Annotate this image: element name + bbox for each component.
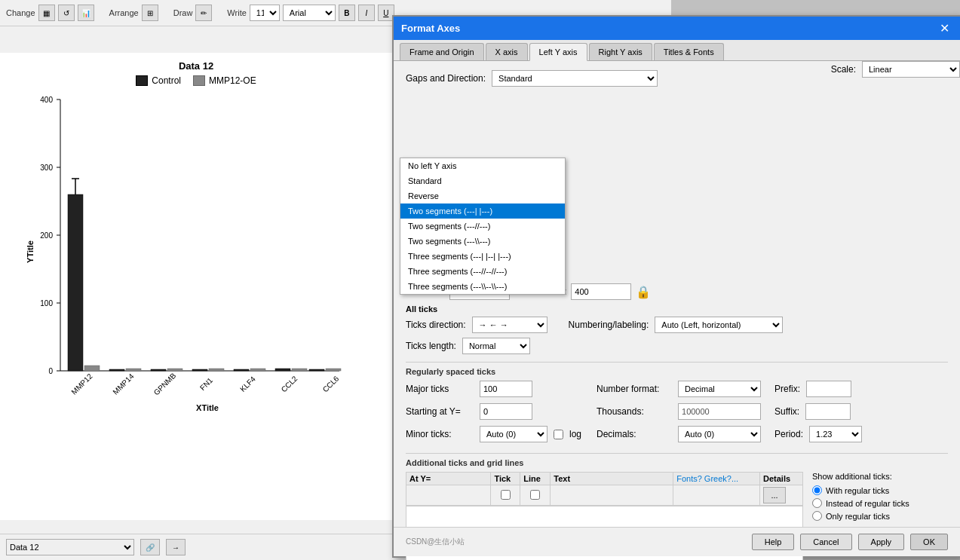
dialog-tabs: Frame and Origin X axis Left Y axis Righ… bbox=[394, 40, 960, 61]
radio-only-regular-label: Only regular ticks bbox=[826, 512, 890, 521]
dropdown-three-seg-1[interactable]: Three segments (---| |--| |---) bbox=[400, 249, 565, 264]
suffix-label: Suffix: bbox=[774, 406, 799, 417]
apply-button[interactable]: Apply bbox=[858, 534, 905, 550]
dropdown-two-seg-2[interactable]: Two segments (---//---) bbox=[400, 219, 565, 234]
ticks-direction-row: Ticks direction: → ← → Numbering/labelin… bbox=[406, 317, 948, 333]
text-input-1[interactable] bbox=[554, 487, 644, 503]
help-button[interactable]: Help bbox=[752, 534, 795, 550]
bottom-bar: Data 12 🔗 → bbox=[0, 534, 392, 560]
tab-frame-origin[interactable]: Frame and Origin bbox=[400, 43, 484, 60]
number-format-label: Number format: bbox=[597, 384, 672, 394]
gaps-select[interactable]: Standard bbox=[492, 70, 658, 87]
tab-x-axis[interactable]: X axis bbox=[486, 43, 528, 60]
regularly-left: Major ticks Starting at Y= Minor ticks: … bbox=[406, 381, 581, 448]
minor-ticks-select[interactable]: Auto (0) bbox=[480, 426, 547, 442]
legend-label-1: Control bbox=[152, 75, 181, 86]
tab-titles-fonts[interactable]: Titles & Fonts bbox=[654, 43, 724, 60]
toolbar-btn-2[interactable]: ↺ bbox=[58, 5, 75, 21]
legend-color-1 bbox=[136, 75, 148, 86]
col-tick: Tick bbox=[491, 473, 520, 485]
thousands-row: Thousands: Suffix: bbox=[597, 403, 862, 420]
dropdown-reverse[interactable]: Reverse bbox=[400, 188, 565, 203]
draw-label: Draw bbox=[173, 8, 193, 17]
tab-right-y-axis[interactable]: Right Y axis bbox=[589, 43, 652, 60]
svg-rect-22 bbox=[234, 369, 249, 371]
bold-btn[interactable]: B bbox=[339, 5, 355, 21]
dialog-footer: CSDN@生信小站 Help Cancel Apply OK bbox=[394, 527, 960, 556]
arrange-label: Arrange bbox=[109, 8, 139, 17]
prefix-input[interactable] bbox=[806, 381, 851, 397]
dialog-close-button[interactable]: ✕ bbox=[937, 21, 952, 35]
radio-instead-of[interactable]: Instead of regular ticks bbox=[812, 498, 948, 508]
details-btn-1[interactable]: ... bbox=[763, 487, 786, 503]
dropdown-two-seg-3[interactable]: Two segments (---\\---) bbox=[400, 234, 565, 249]
format-axes-dialog: Format Axes ✕ Frame and Origin X axis Le… bbox=[392, 15, 960, 558]
arrow-btn[interactable]: → bbox=[166, 539, 186, 555]
cancel-button[interactable]: Cancel bbox=[800, 534, 851, 550]
dropdown-standard[interactable]: Standard bbox=[400, 173, 565, 188]
toolbar-btn-1[interactable]: ▦ bbox=[38, 5, 55, 21]
italic-btn[interactable]: I bbox=[358, 5, 375, 21]
ticks-direction-select[interactable]: → ← → bbox=[472, 317, 547, 333]
tab-left-y-axis[interactable]: Left Y axis bbox=[529, 43, 587, 61]
chart-title: Data 12 bbox=[8, 60, 385, 72]
radio-only-regular[interactable]: Only regular ticks bbox=[812, 511, 948, 521]
font-name-select[interactable]: Arial bbox=[283, 5, 336, 21]
tick-check-1[interactable] bbox=[501, 490, 511, 500]
suffix-input[interactable] bbox=[805, 403, 851, 420]
radio-with-regular[interactable]: With regular ticks bbox=[812, 485, 948, 495]
regularly-spaced-content: Major ticks Starting at Y= Minor ticks: … bbox=[406, 381, 948, 448]
dialog-titlebar: Format Axes ✕ bbox=[394, 17, 960, 40]
radio-group: With regular ticks Instead of regular ti… bbox=[812, 485, 948, 521]
radio-with-regular-input[interactable] bbox=[812, 485, 822, 495]
thousands-input[interactable] bbox=[678, 403, 761, 420]
log-checkbox[interactable] bbox=[554, 430, 563, 439]
prefix-label: Prefix: bbox=[774, 384, 800, 394]
col-details: Details bbox=[760, 473, 803, 485]
svg-text:GPNMB: GPNMB bbox=[152, 371, 178, 396]
svg-rect-16 bbox=[109, 369, 124, 371]
max-input[interactable] bbox=[571, 283, 631, 300]
ticks-length-select[interactable]: Normal Short Long bbox=[462, 338, 530, 354]
draw-btn[interactable]: ✏ bbox=[195, 5, 212, 21]
svg-text:400: 400 bbox=[40, 96, 53, 104]
radio-instead-of-input[interactable] bbox=[812, 498, 822, 508]
svg-text:CCL6: CCL6 bbox=[321, 374, 341, 393]
at-y-input-1[interactable] bbox=[409, 487, 470, 503]
number-format-select[interactable]: Decimal bbox=[678, 381, 761, 397]
y-axis-title: YTitle bbox=[26, 240, 35, 263]
all-ticks-label: All ticks bbox=[406, 304, 948, 314]
write-label: Write bbox=[227, 8, 246, 17]
change-label: Change bbox=[6, 8, 35, 17]
font-size-select[interactable]: 11 bbox=[250, 5, 280, 21]
decimals-select[interactable]: Auto (0) bbox=[678, 426, 761, 442]
numbering-select[interactable]: Auto (Left, horizontal) bbox=[655, 317, 783, 333]
svg-rect-25 bbox=[292, 369, 307, 371]
toolbar-btn-3[interactable]: 📊 bbox=[78, 5, 94, 21]
fonts-greek-btn[interactable]: Fonts? Greek?... bbox=[676, 474, 738, 483]
toolbar-write-group: Write 11 Arial B I U bbox=[227, 5, 394, 21]
svg-rect-27 bbox=[326, 369, 341, 371]
dropdown-no-left[interactable]: No left Y axis bbox=[400, 158, 565, 173]
dataset-select[interactable]: Data 12 bbox=[6, 539, 134, 555]
arrange-btn[interactable]: ⊞ bbox=[142, 5, 158, 21]
radio-only-regular-input[interactable] bbox=[812, 511, 822, 521]
svg-text:200: 200 bbox=[40, 231, 53, 240]
svg-rect-23 bbox=[250, 369, 265, 371]
dropdown-three-seg-2[interactable]: Three segments (---//--//---) bbox=[400, 264, 565, 279]
link-btn[interactable]: 🔗 bbox=[140, 539, 160, 555]
line-check-1[interactable] bbox=[530, 490, 540, 500]
chart-area: Data 12 Control MMP12-OE YTitle bbox=[0, 53, 392, 520]
col-at-y: At Y= bbox=[406, 473, 491, 485]
period-select[interactable]: 1.23 bbox=[809, 426, 862, 442]
radio-instead-of-label: Instead of regular ticks bbox=[826, 499, 909, 508]
dropdown-two-seg-1[interactable]: Two segments (---| |---) bbox=[400, 203, 565, 219]
dropdown-three-seg-3[interactable]: Three segments (---\\--\\---) bbox=[400, 279, 565, 294]
major-ticks-input[interactable] bbox=[480, 381, 532, 397]
log-label: log bbox=[569, 429, 581, 439]
ok-button[interactable]: OK bbox=[910, 534, 948, 550]
starting-at-input[interactable] bbox=[480, 403, 532, 420]
ticks-length-label: Ticks length: bbox=[406, 341, 456, 351]
svg-text:300: 300 bbox=[40, 164, 53, 172]
svg-rect-15 bbox=[84, 366, 100, 371]
